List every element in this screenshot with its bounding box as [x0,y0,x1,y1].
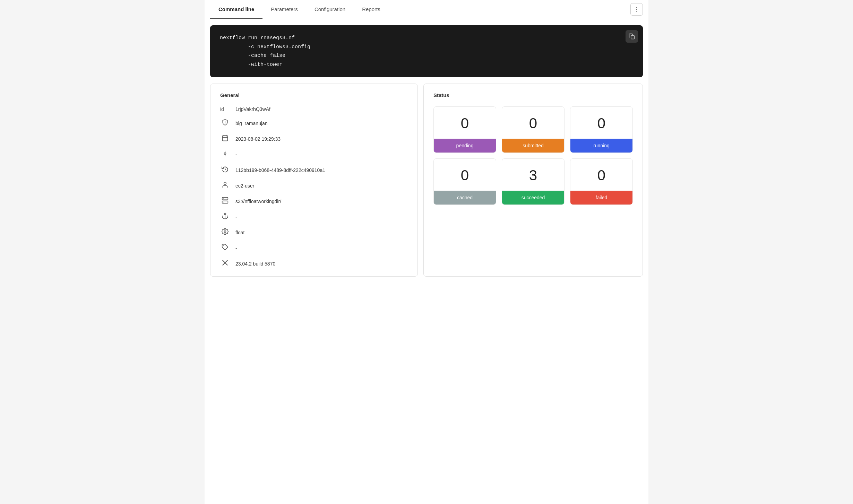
date-value: 2023-08-02 19:29:33 [235,136,281,142]
failed-count: 0 [570,159,632,191]
copy-button[interactable] [626,30,638,43]
general-row-version: 23.04.2 build 5870 [220,259,408,268]
tab-bar: Command line Parameters Configuration Re… [205,0,648,19]
general-row-date: 2023-08-02 19:29:33 [220,134,408,143]
status-grid: 0 pending 0 submitted 0 running 0 cached… [433,106,633,205]
cloud-value: - [235,214,237,220]
executor-value: float [235,230,244,235]
user-value: big_ramanujan [235,121,268,126]
cached-count: 0 [434,159,496,191]
tab-parameters[interactable]: Parameters [262,0,306,19]
general-panel: General id 1rjpVakrhQ3wAf [210,84,418,277]
status-title: Status [433,92,633,98]
submitted-count: 0 [502,107,564,139]
status-panel: Status 0 pending 0 submitted 0 running 0… [423,84,643,277]
cached-label: cached [434,191,496,205]
general-title: General [220,92,408,98]
storage-icon [220,197,230,206]
svg-rect-0 [631,36,635,39]
status-card-cached: 0 cached [433,158,496,205]
gear-icon [220,228,230,237]
svg-point-10 [224,182,226,185]
tag-icon [220,244,230,252]
tab-reports[interactable]: Reports [354,0,389,19]
general-row-user: big_ramanujan [220,119,408,128]
id-label: id [220,106,230,112]
svg-rect-3 [223,136,228,141]
command-text: nextflow run rnaseqs3.nf -c nextflows3.c… [220,34,633,69]
tag-value: - [235,245,237,251]
general-row-git: - [220,150,408,159]
tab-configuration[interactable]: Configuration [306,0,354,19]
running-label: running [570,139,632,153]
tab-command-line[interactable]: Command line [210,0,262,19]
status-card-submitted: 0 submitted [502,106,565,153]
id-value: 1rjpVakrhQ3wAf [235,106,270,112]
general-row-executor: float [220,228,408,237]
shield-icon [220,119,230,128]
person-icon [220,181,230,190]
panels: General id 1rjpVakrhQ3wAf [210,84,643,277]
succeeded-count: 3 [502,159,564,191]
workdir-value: s3://nffloatworkingdir/ [235,199,281,204]
succeeded-label: succeeded [502,191,564,205]
version-value: 23.04.2 build 5870 [235,261,275,267]
status-card-pending: 0 pending [433,106,496,153]
anchor-icon [220,212,230,221]
runuser-value: ec2-user [235,183,254,189]
status-card-running: 0 running [570,106,633,153]
pending-label: pending [434,139,496,153]
general-row-id: id 1rjpVakrhQ3wAf [220,106,408,112]
svg-point-17 [224,231,226,233]
general-row-cloud: - [220,212,408,221]
running-count: 0 [570,107,632,139]
git-value: - [235,152,237,157]
general-row-workdir: s3://nffloatworkingdir/ [220,197,408,206]
general-row-runuser: ec2-user [220,181,408,190]
submitted-label: submitted [502,139,564,153]
git-icon [220,150,230,159]
failed-label: failed [570,191,632,205]
general-row-session: 112bb199-b068-4489-8dff-222c490910a1 [220,166,408,174]
command-block: nextflow run rnaseqs3.nf -c nextflows3.c… [210,25,643,77]
calendar-icon [220,134,230,143]
nextflow-icon [220,259,230,268]
general-row-tag: - [220,244,408,252]
status-card-succeeded: 3 succeeded [502,158,565,205]
history-icon [220,166,230,174]
tab-menu-button[interactable]: ⋮ [630,3,643,16]
session-value: 112bb199-b068-4489-8dff-222c490910a1 [235,167,325,173]
app-container: Command line Parameters Configuration Re… [205,0,648,504]
pending-count: 0 [434,107,496,139]
general-rows: id 1rjpVakrhQ3wAf big_ramanujan [220,106,408,268]
status-card-failed: 0 failed [570,158,633,205]
